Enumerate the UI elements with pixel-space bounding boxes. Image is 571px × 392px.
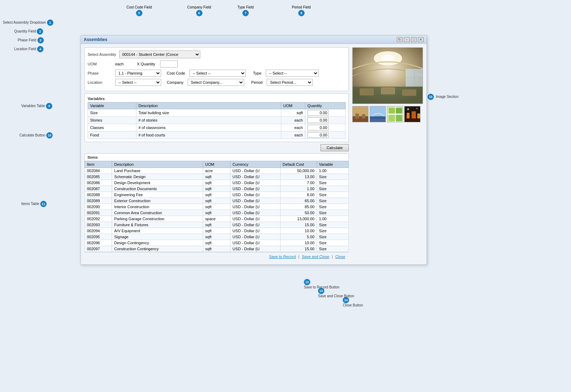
item-cell-item: 002089 (85, 198, 112, 204)
variable-row: Food # of food courts each (88, 131, 346, 139)
item-cell-variable: Size (317, 192, 348, 198)
item-cell-item: 002084 (85, 168, 112, 174)
var-cell-description: Total building size (136, 109, 281, 117)
var-cell-uom: sqft (281, 109, 305, 117)
item-cell-variable: Size (317, 234, 348, 240)
item-cell-variable: Size (317, 198, 348, 204)
dialog-footer: Save to Record | Save and Close | Close (84, 252, 349, 261)
item-row: 002091 Common Area Construction sqft USD… (85, 210, 349, 216)
item-cell-uom: sqft (203, 210, 230, 216)
item-cell-uom: sqft (203, 174, 230, 180)
items-section: Items Item Description UOM Currency Defa… (84, 153, 349, 252)
item-cell-item: 002087 (85, 186, 112, 192)
x-quantity-label: X Quantity (137, 62, 155, 66)
svg-rect-11 (353, 116, 369, 122)
variables-section: Variables Variable Description UOM Quant… (84, 93, 349, 142)
item-row: 002097 Construction Contingency sqft USD… (85, 246, 349, 252)
annotation-2: Quantity Field 2 (14, 28, 43, 35)
item-cell-item: 002096 (85, 240, 112, 246)
item-cell-description: Land Purchase (112, 168, 203, 174)
item-cell-description: Interior Construction (112, 204, 203, 210)
type-select[interactable]: -- Select -- (266, 70, 319, 77)
quantity-input[interactable]: 1 (160, 60, 178, 68)
item-cell-item: 002097 (85, 246, 112, 252)
close-link[interactable]: Close (335, 254, 345, 259)
variable-row: Classes # of classrooms each (88, 124, 346, 131)
quantity-cell-input[interactable] (307, 110, 329, 116)
period-label: Period (251, 80, 263, 84)
item-row: 002093 Furniture & Fixtures sqft USD - D… (85, 222, 349, 228)
item-cell-currency: USD - Dollar (U (230, 198, 281, 204)
item-cell-currency: USD - Dollar (U (230, 222, 281, 228)
save-and-close-link[interactable]: Save and Close (302, 254, 329, 259)
calculate-button[interactable]: Calculate (320, 144, 349, 151)
save-to-record-link[interactable]: Save to Record (269, 254, 296, 259)
var-cell-description: # of food courts (136, 131, 281, 139)
item-cell-currency: USD - Dollar (U (230, 210, 281, 216)
annotation-7-label: Type Field 7 (237, 5, 254, 16)
item-cell-currency: USD - Dollar (U (230, 216, 281, 222)
item-cell-description: Parking Garage Construction (112, 216, 203, 222)
svg-rect-18 (389, 108, 395, 113)
item-col-uom: UOM (203, 161, 230, 168)
item-cell-description: Common Area Construction (112, 210, 203, 216)
item-cell-description: Signage (112, 234, 203, 240)
item-cell-default-cost: 15.00 (280, 246, 317, 252)
item-cell-default-cost: 13,000.00 (280, 216, 317, 222)
var-cell-variable: Classes (88, 124, 136, 131)
svg-point-30 (416, 108, 418, 109)
company-select[interactable]: Select Company... (188, 79, 244, 86)
item-cell-description: Schematic Design (112, 174, 203, 180)
company-label: Company (167, 80, 183, 84)
item-row: 002086 Design Development sqft USD - Dol… (85, 180, 349, 186)
phase-select[interactable]: 1.1 - Planning (115, 70, 161, 77)
minimize-button[interactable]: − (404, 37, 410, 42)
location-label: Location (88, 80, 112, 84)
annotation-5-label: Cost Code Field 5 (126, 5, 152, 16)
item-cell-currency: USD - Dollar (U (230, 180, 281, 186)
item-row: 002087 Construction Documents sqft USD -… (85, 186, 349, 192)
annotation-3: Phase Field 3 (18, 37, 44, 43)
svg-rect-28 (417, 113, 420, 118)
dialog-titlebar: Assemblies ↻ − □ ✕ (81, 36, 426, 44)
item-cell-description: Construction Documents (112, 186, 203, 192)
uom-value: each (115, 62, 124, 66)
item-col-item: Item (85, 161, 112, 168)
location-select[interactable]: -- Select -- (115, 79, 161, 86)
cost-code-label: Cost Code (167, 71, 185, 75)
item-cell-description: A/V Equipment (112, 228, 203, 234)
var-col-uom: UOM (281, 103, 305, 109)
cost-code-select[interactable]: -- Select -- (189, 70, 246, 77)
quantity-cell-input[interactable] (307, 117, 329, 123)
item-cell-currency: USD - Dollar (U (230, 168, 281, 174)
svg-rect-5 (381, 87, 395, 94)
item-cell-default-cost: 13.00 (280, 174, 317, 180)
var-cell-uom: each (281, 124, 305, 131)
item-cell-default-cost: 5.00 (280, 234, 317, 240)
item-cell-item: 002086 (85, 180, 112, 186)
items-table: Item Description UOM Currency Default Co… (84, 161, 349, 252)
select-assembly-dropdown[interactable]: 000144 - Student Center (Conce (119, 51, 200, 58)
item-cell-description: Design Development (112, 180, 203, 186)
item-cell-currency: USD - Dollar (U (230, 174, 281, 180)
variables-title: Variables (88, 96, 346, 101)
quantity-cell-input[interactable] (307, 125, 329, 130)
thumbnail-1[interactable] (352, 106, 369, 122)
svg-rect-4 (360, 88, 374, 95)
var-cell-quantity (305, 131, 346, 139)
quantity-cell-input[interactable] (307, 132, 329, 138)
item-cell-default-cost: 8.00 (280, 192, 317, 198)
annotation-6-label: Company Field 6 (187, 5, 211, 16)
refresh-button[interactable]: ↻ (397, 37, 402, 42)
item-cell-variable: Size (317, 174, 348, 180)
restore-button[interactable]: □ (411, 37, 417, 42)
thumbnail-4[interactable] (404, 106, 420, 122)
close-button-titlebar[interactable]: ✕ (418, 37, 424, 42)
item-cell-description: Furniture & Fixtures (112, 222, 203, 228)
period-select[interactable]: Select Period... (267, 79, 313, 86)
thumbnail-2[interactable] (370, 106, 386, 122)
annotation-10: Calculate Button 10 (19, 132, 53, 139)
thumbnail-3[interactable] (387, 106, 403, 122)
svg-point-2 (381, 55, 395, 62)
item-cell-item: 002093 (85, 222, 112, 228)
